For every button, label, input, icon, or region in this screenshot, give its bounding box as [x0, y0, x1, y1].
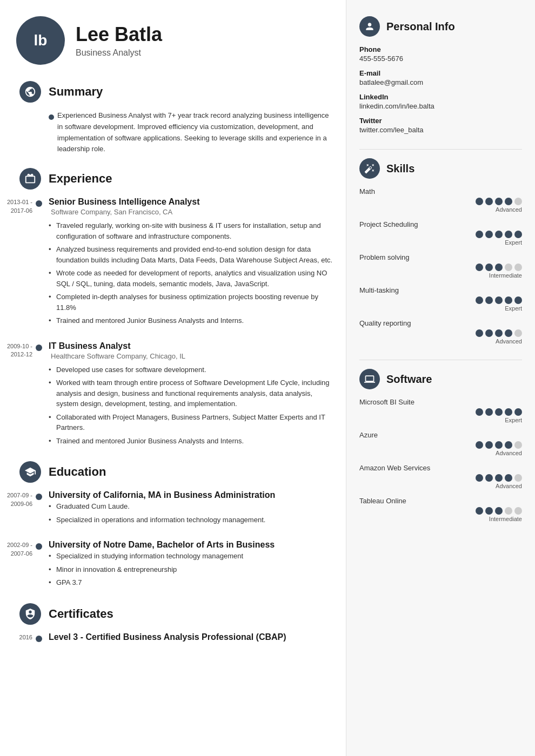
email-label: E-mail [359, 69, 522, 77]
phone-label: Phone [359, 45, 522, 53]
candidate-subtitle: Business Analyst [76, 48, 162, 58]
bullet: Trained and mentored Junior Business Ana… [49, 436, 335, 447]
skill-name: Quality reporting [359, 319, 522, 327]
skill-dot [495, 329, 503, 337]
linkedin-label: LinkedIn [359, 93, 522, 101]
education-icon [19, 461, 41, 483]
skill-row: Problem solvingIntermediate [359, 253, 522, 279]
bullet: Wrote code as needed for development of … [49, 268, 335, 289]
skill-row: Quality reportingAdvanced [359, 319, 522, 345]
skill-row: Tableau OnlineIntermediate [359, 497, 522, 522]
edu-bullets-2: Specialized in studying information tech… [49, 551, 335, 588]
skill-row: MathAdvanced [359, 187, 522, 213]
bullet: Specialized in operations and informatio… [49, 515, 335, 525]
skill-dot [514, 296, 522, 304]
skill-name: Problem solving [359, 253, 522, 261]
personal-info-title: Personal Info [386, 21, 455, 33]
skill-dot [485, 474, 493, 482]
skill-dot [495, 474, 503, 482]
skill-dot [476, 198, 483, 205]
bullet: GPA 3.7 [49, 577, 335, 588]
skill-dot [505, 507, 512, 515]
skill-dot [514, 474, 522, 482]
skill-dot [476, 296, 483, 304]
skill-dot [514, 441, 522, 449]
skill-level: Advanced [496, 206, 522, 213]
briefcase-icon [24, 173, 36, 185]
skill-name: Microsoft BI Suite [359, 398, 522, 406]
skill-level: Expert [505, 305, 522, 312]
skills-section: Skills MathAdvancedProject SchedulingExp… [359, 158, 522, 345]
skill-dot [495, 441, 503, 449]
skill-level: Advanced [496, 483, 522, 489]
phone-value: 455-555-5676 [359, 55, 522, 63]
edu-title-2: University of Notre Dame, Bachelor of Ar… [49, 540, 335, 550]
skill-dot [495, 231, 503, 238]
experience-section: Experience 2013-01 -2017-06 Senior Busin… [11, 168, 335, 446]
job-date-2: 2009-10 -2012-12 [0, 342, 32, 359]
skills-icon [359, 158, 380, 179]
experience-title: Experience [49, 172, 112, 186]
skill-dot [485, 441, 493, 449]
skill-name: Tableau Online [359, 497, 522, 505]
divider-2 [359, 360, 522, 360]
skill-dot [514, 329, 522, 337]
skill-dots: Advanced [359, 329, 522, 345]
job-title-1: Senior Business Intelligence Analyst [49, 197, 335, 207]
skills-icon-svg [364, 163, 375, 174]
skill-dot [495, 296, 503, 304]
job-date-1: 2013-01 -2017-06 [0, 198, 32, 215]
skill-dot [476, 264, 483, 271]
skill-dots: Advanced [359, 474, 522, 489]
skill-name: Amazon Web Services [359, 464, 522, 472]
skill-dot [514, 408, 522, 416]
skill-level: Expert [505, 417, 522, 423]
summary-section: Summary Experienced Business Analyst wit… [11, 81, 335, 155]
bullet: Collaborated with Project Managers, Busi… [49, 412, 335, 433]
skill-dot [495, 507, 503, 515]
skill-dot [505, 408, 512, 416]
skills-title: Skills [386, 163, 414, 175]
header-text: Lee Batla Business Analyst [76, 23, 162, 58]
company-1: Software Company, San Francisco, CA [49, 208, 335, 216]
job-item-1: 2013-01 -2017-06 Senior Business Intelli… [49, 197, 335, 326]
skill-row: AzureAdvanced [359, 431, 522, 456]
skill-dot [505, 474, 512, 482]
certificates-icon [19, 603, 41, 625]
personal-info-header: Personal Info [359, 16, 522, 37]
education-section-header: Education [19, 461, 306, 483]
skill-row: Project SchedulingExpert [359, 220, 522, 246]
bullet: Worked with team through entire process … [49, 377, 335, 409]
skill-name: Math [359, 187, 522, 195]
job-bullets-1: Traveled regularly, working on-site with… [49, 220, 335, 326]
certificates-title: Certificates [49, 607, 113, 621]
certificates-section-header: Certificates [19, 603, 306, 625]
summary-title: Summary [49, 85, 103, 99]
edu-date-1: 2007-09 -2009-06 [0, 491, 32, 508]
skill-level: Advanced [496, 338, 522, 345]
candidate-name: Lee Batla [76, 23, 162, 46]
software-icon [359, 369, 380, 389]
cert-title-1: Level 3 - Certified Business Analysis Pr… [49, 632, 335, 642]
skill-dot [495, 198, 503, 205]
bullet: Minor in innovation & entrepreneurship [49, 564, 335, 575]
software-title: Software [386, 373, 432, 386]
education-title: Education [49, 465, 106, 479]
certificate-icon [24, 608, 36, 620]
twitter-value: twitter.com/lee_balta [359, 126, 522, 134]
skill-dot [485, 408, 493, 416]
software-header: Software [359, 369, 522, 389]
skill-dot [485, 198, 493, 205]
twitter-row: Twitter twitter.com/lee_balta [359, 117, 522, 134]
twitter-label: Twitter [359, 117, 522, 125]
skill-dot [505, 441, 512, 449]
summary-text: Experienced Business Analyst with 7+ yea… [49, 110, 335, 155]
summary-icon [19, 81, 41, 103]
skill-row: Multi-taskingExpert [359, 286, 522, 312]
skill-dot [505, 264, 512, 271]
personal-info-section: Personal Info Phone 455-555-5676 E-mail … [359, 16, 522, 134]
cert-item-1: 2016 Level 3 - Certified Business Analys… [49, 632, 335, 642]
education-section: Education 2007-09 -2009-06 University of… [11, 461, 335, 588]
right-column: Personal Info Phone 455-555-5676 E-mail … [346, 0, 535, 756]
certificates-section: Certificates 2016 Level 3 - Certified Bu… [11, 603, 335, 642]
